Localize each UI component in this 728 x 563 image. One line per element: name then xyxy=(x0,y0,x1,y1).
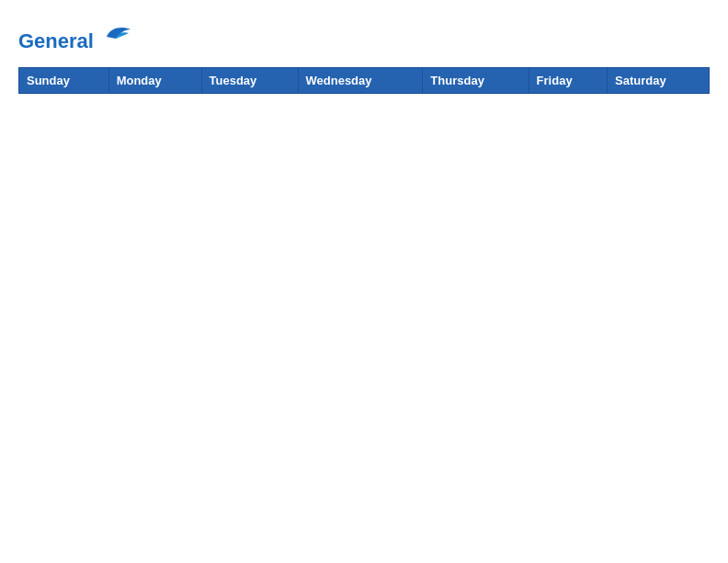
header-monday: Monday xyxy=(108,68,201,94)
page-header: General xyxy=(18,18,710,52)
header-saturday: Saturday xyxy=(608,68,710,94)
header-thursday: Thursday xyxy=(423,68,529,94)
calendar-table: SundayMondayTuesdayWednesdayThursdayFrid… xyxy=(18,67,710,94)
logo-bird-icon xyxy=(103,18,132,48)
calendar-header-row: SundayMondayTuesdayWednesdayThursdayFrid… xyxy=(19,68,710,94)
header-tuesday: Tuesday xyxy=(201,68,298,94)
logo: General xyxy=(18,18,132,52)
header-friday: Friday xyxy=(529,68,607,94)
logo-general: General xyxy=(18,29,94,52)
header-sunday: Sunday xyxy=(19,68,109,94)
header-wednesday: Wednesday xyxy=(298,68,423,94)
